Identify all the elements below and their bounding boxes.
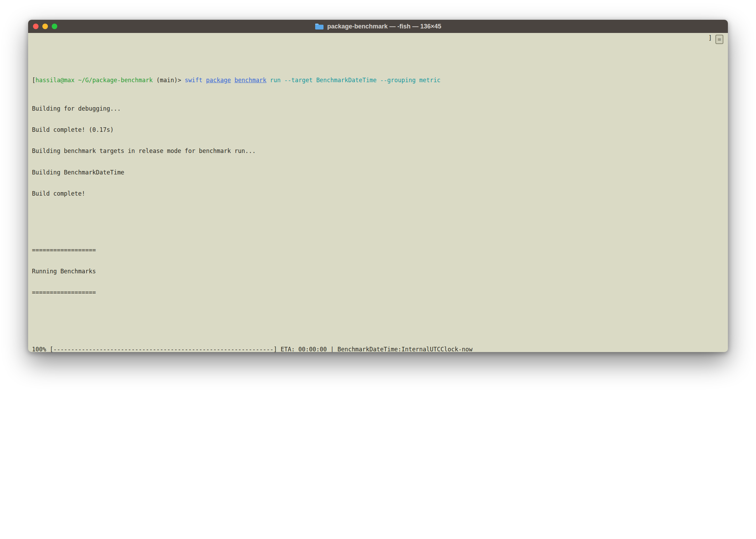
blank-line [32, 218, 723, 225]
section-title: Running Benchmarks [32, 268, 723, 275]
command-package: package [206, 77, 231, 84]
window-title: package-benchmark — -fish — 136×45 [327, 23, 442, 29]
prompt-user: hassila@max [35, 77, 78, 84]
command-swift: swift [185, 77, 206, 84]
command-benchmark: benchmark [234, 77, 266, 84]
desktop: package-benchmark — -fish — 136×45 ] [ha… [0, 0, 756, 539]
terminal-content[interactable]: ] [hassila@max ~/G/package-benchmark (ma… [28, 33, 728, 352]
traffic-lights [33, 24, 57, 29]
terminal-window: package-benchmark — -fish — 136×45 ] [ha… [28, 20, 728, 352]
right-prompt-bracket: ] [708, 34, 712, 41]
prompt-path: ~/G/package-benchmark [78, 77, 156, 84]
prompt-line-top: [hassila@max ~/G/package-benchmark (main… [32, 77, 723, 84]
prompt-branch: (main)> [156, 77, 185, 84]
blank-line [32, 317, 723, 324]
output-line: Building BenchmarkDateTime [32, 169, 723, 176]
rule-line: ================== [32, 289, 723, 296]
close-button[interactable] [33, 24, 39, 29]
minimize-button[interactable] [42, 24, 48, 29]
command-space [231, 77, 234, 84]
output-line: Build complete! [32, 190, 723, 197]
output-line: Building benchmark targets in release mo… [32, 147, 723, 154]
output-line: Building for debugging... [32, 105, 723, 112]
command-args: run --target BenchmarkDateTime --groupin… [267, 77, 441, 84]
prompt-open-bracket: [ [32, 77, 35, 84]
progress-line: 100% [----------------------------------… [32, 346, 723, 352]
zoom-button[interactable] [52, 24, 57, 29]
output-line: Build complete! (0.17s) [32, 126, 723, 133]
scroll-indicator-icon[interactable] [715, 35, 723, 44]
rule-line: ================== [32, 247, 723, 254]
window-titlebar[interactable]: package-benchmark — -fish — 136×45 [28, 20, 728, 33]
folder-icon [315, 23, 324, 30]
